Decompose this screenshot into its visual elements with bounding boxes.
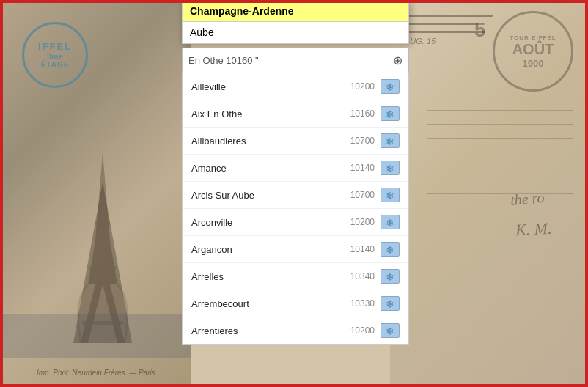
list-item-name: Arrembecourt	[191, 298, 345, 309]
handwriting-text-1: the ro	[510, 189, 545, 209]
list-item-flag-icon[interactable]: ❄	[381, 269, 400, 284]
list-item-code: 10200	[345, 217, 375, 227]
list-item-name: Amance	[191, 163, 345, 174]
list-item[interactable]: Arrentieres10200❄	[183, 317, 408, 344]
postcard-left: IFFEL 3me ÉTAGE	[0, 0, 191, 387]
svg-rect-6	[89, 266, 116, 270]
stamp-left: IFFEL 3me ÉTAGE	[22, 22, 88, 88]
list-item[interactable]: Arrembecourt10330❄	[183, 290, 408, 317]
list-item-code: 10200	[345, 81, 375, 92]
region-header[interactable]: Champagne-Ardenne	[183, 1, 408, 22]
stamp-right-line1: TOUR EIFFEL	[510, 34, 556, 41]
list-item-flag-icon[interactable]: ❄	[381, 242, 400, 257]
svg-marker-3	[95, 196, 110, 240]
list-item[interactable]: Argancon10140❄	[183, 236, 408, 263]
city-list: Ailleville10200❄Aix En Othe10160❄Allibau…	[182, 73, 409, 345]
list-item-code: 10700	[345, 190, 375, 200]
stamp-left-line3: ÉTAGE	[41, 61, 70, 69]
list-item-flag-icon[interactable]: ❄	[381, 106, 400, 121]
stamp-right-line3: 1900	[523, 58, 544, 69]
search-input[interactable]	[188, 55, 390, 66]
list-item[interactable]: Ailleville10200❄	[183, 73, 408, 100]
stamp-number: 5	[474, 18, 486, 42]
list-item-name: Ailleville	[191, 81, 345, 92]
list-item-name: Argancon	[191, 244, 345, 255]
list-item[interactable]: Arconville10200❄	[183, 209, 408, 236]
list-item-code: 10700	[345, 136, 375, 146]
svg-marker-4	[99, 152, 106, 196]
list-item[interactable]: Amance10140❄	[183, 155, 408, 182]
list-item-name: Allibaudieres	[191, 136, 345, 147]
list-item-flag-icon[interactable]: ❄	[381, 215, 400, 229]
handwriting-text-2: K. M.	[515, 219, 552, 240]
list-item-code: 10340	[345, 271, 375, 281]
stamp-left-line2: 3me	[47, 52, 63, 61]
list-item[interactable]: Aix En Othe10160❄	[183, 100, 408, 128]
postcard-caption: Imp. Phot. Neurdein Frères. — Paris	[37, 369, 155, 377]
list-item-code: 10330	[345, 298, 375, 309]
list-item-flag-icon[interactable]: ❄	[381, 188, 400, 202]
list-item-name: Arrelles	[191, 271, 345, 282]
list-item-flag-icon[interactable]: ❄	[381, 323, 400, 338]
list-item-flag-icon[interactable]: ❄	[381, 161, 400, 175]
list-item-code: 10140	[345, 244, 375, 254]
list-item-code: 10200	[345, 325, 375, 336]
svg-rect-7	[95, 222, 110, 225]
stamp-right-line2: AOÛT	[512, 41, 554, 58]
list-item-flag-icon[interactable]: ❄	[381, 296, 400, 311]
list-item-flag-icon[interactable]: ❄	[381, 133, 400, 148]
list-item[interactable]: Arcis Sur Aube10700❄	[183, 182, 408, 209]
svg-marker-2	[88, 240, 117, 284]
search-bar[interactable]: ⊕	[182, 48, 409, 73]
vintage-writing-lines	[427, 110, 573, 207]
list-item-code: 10140	[345, 163, 375, 173]
stamp-right: TOUR EIFFEL AOÛT 1900	[493, 11, 573, 92]
list-item-name: Arrentieres	[191, 325, 345, 336]
list-item-name: Arcis Sur Aube	[191, 190, 345, 201]
list-item[interactable]: Arrelles10340❄	[183, 263, 408, 290]
stamp-left-line1: IFFEL	[38, 41, 72, 52]
dropdown-header-container: Champagne-Ardenne Aube	[182, 0, 409, 44]
search-icon[interactable]: ⊕	[393, 54, 403, 67]
subregion-header[interactable]: Aube	[183, 22, 408, 43]
list-item-name: Arconville	[191, 217, 345, 228]
water-area	[0, 314, 191, 358]
list-item-flag-icon[interactable]: ❄	[381, 79, 400, 94]
postcard-right: AUG. 15 5 TOUR EIFFEL AOÛT 1900 the ro K…	[390, 0, 588, 387]
list-item-code: 10160	[345, 108, 375, 119]
list-item-name: Aix En Othe	[191, 108, 345, 119]
list-item[interactable]: Allibaudieres10700❄	[183, 128, 408, 155]
